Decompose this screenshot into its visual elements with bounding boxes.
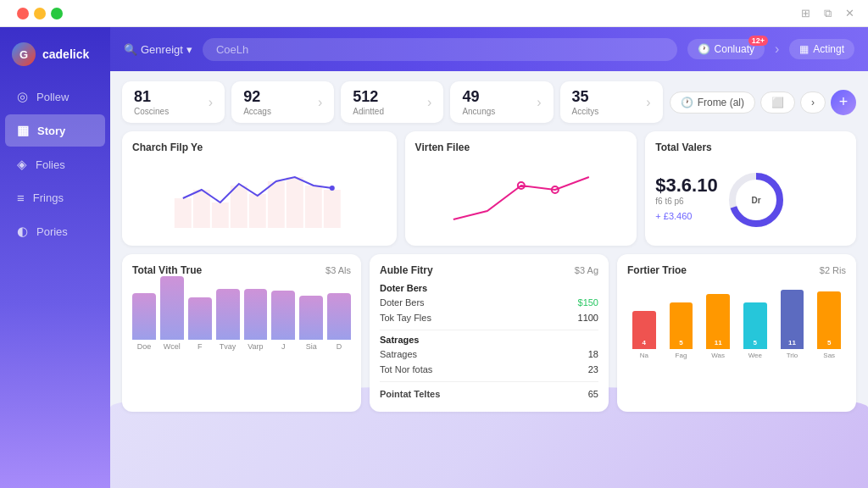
logo-text: cadelick — [42, 47, 89, 61]
restore-icon[interactable]: ⧉ — [821, 7, 835, 20]
gbar: 11 — [781, 290, 804, 349]
gbar-group: 5Fag — [665, 302, 698, 359]
dropdown-icon: 🔍 — [124, 43, 137, 56]
titlebar: ⊞ ⧉ ✕ — [0, 0, 868, 27]
bar — [299, 296, 323, 340]
section-header: Satrages — [380, 335, 598, 345]
chevron-down-icon: ▾ — [186, 43, 192, 56]
row-label: Tok Tay Fles — [380, 313, 431, 323]
bar-value-label: 5 — [754, 339, 757, 347]
export-button[interactable]: ⬜ — [760, 92, 795, 114]
chart4-bars: DoeWcelFTvayVarpJSiaD — [132, 283, 351, 351]
logo-area: G cadelick — [0, 36, 110, 80]
gbar-label: Sas — [823, 352, 835, 359]
footer-label: Pointat Teltes — [380, 389, 440, 399]
header-separator: › — [775, 42, 779, 57]
header-dropdown[interactable]: 🔍 Genreigt ▾ — [124, 43, 192, 56]
sidebar-item-story[interactable]: ▦ Story — [5, 114, 105, 147]
filter-icon: 🕐 — [681, 97, 693, 108]
bar-label: F — [198, 342, 203, 351]
stat-arrow-4: › — [646, 95, 650, 110]
svg-rect-5 — [268, 181, 285, 228]
chart3-sub-label: f6 t6 p6 — [655, 197, 717, 206]
grid-icon[interactable]: ⊞ — [798, 7, 814, 19]
sidebar-label-story: Story — [37, 125, 65, 137]
row-label: Doter Bers — [380, 297, 425, 308]
table-row: Tot Nor fotas23 — [380, 362, 598, 377]
bar — [216, 289, 240, 340]
gbar-label: Fag — [676, 352, 687, 359]
bar-value-label: 5 — [827, 339, 831, 347]
footer-row: Pointat Teltes65 — [380, 386, 598, 402]
svg-point-9 — [330, 186, 335, 191]
stat-arrow-0: › — [209, 95, 213, 110]
nav-next-button[interactable]: › — [800, 92, 826, 114]
chart5-value: $3 Ag — [575, 265, 598, 275]
bar — [271, 291, 295, 340]
table-row: Satrages18 — [380, 347, 598, 362]
chart-card-5: Auble Fitry $3 Ag Doter BersDoter Bers$1… — [370, 254, 609, 412]
account-label: Actingt — [813, 43, 844, 55]
row-value: $150 — [578, 297, 598, 308]
close-btn[interactable] — [17, 8, 29, 19]
svg-rect-0 — [175, 198, 192, 228]
svg-rect-8 — [324, 190, 341, 228]
folies-icon: ◈ — [17, 157, 27, 172]
sidebar-item-folies[interactable]: ◈ Folies — [5, 148, 105, 180]
chart6-bars: 4Na5Fag11Was5Wee11Trlo5Sas — [627, 283, 846, 359]
chart5-body: Doter BersDoter Bers$150Tok Tay Fles1100… — [380, 283, 598, 402]
window-controls[interactable] — [17, 8, 63, 19]
account-button[interactable]: ▦ Actingt — [789, 39, 854, 59]
charts-row2: Total Vith True $3 Als DoeWcelFTvayVarpJ… — [122, 254, 856, 412]
search-input[interactable] — [203, 38, 677, 61]
minimize-btn[interactable] — [34, 8, 46, 19]
sidebar-item-frings[interactable]: ≡ Frings — [5, 182, 105, 214]
filter-label: Frome (al) — [698, 97, 744, 108]
bar — [132, 293, 156, 340]
stat-value-3: 49 — [462, 88, 495, 106]
bar-value-label: 11 — [788, 339, 796, 347]
bar-label: Sia — [306, 342, 317, 351]
bar-label: D — [337, 342, 342, 351]
chart4-value: $3 Als — [326, 265, 351, 275]
bar-group: Sia — [299, 296, 323, 351]
chart6-header: Fortier Trioe $2 Ris — [627, 264, 846, 276]
add-button[interactable]: + — [831, 90, 856, 115]
gbar-label: Wee — [748, 352, 762, 359]
pollew-icon: ◎ — [17, 89, 28, 104]
notification-button[interactable]: 🕐 Conluaty 12+ — [687, 39, 765, 59]
row-value: 23 — [588, 364, 598, 374]
gbar-group: 5Sas — [812, 291, 846, 359]
row-value: 18 — [588, 349, 598, 359]
filter-button[interactable]: 🕐 Frome (al) — [670, 92, 755, 114]
stat-label-0: Coscines — [134, 107, 169, 116]
pories-icon: ◐ — [17, 224, 28, 239]
bar-group: Tvay — [216, 289, 240, 351]
gbar-group: 11Trlo — [776, 290, 810, 359]
account-icon: ▦ — [799, 43, 809, 55]
bar-label: J — [281, 342, 286, 351]
bar-group: Wcel — [160, 276, 184, 351]
close-icon[interactable]: ✕ — [842, 7, 858, 19]
stat-card-1: 92 Accags › — [231, 81, 334, 123]
bar-group: Doe — [132, 293, 156, 351]
sidebar: G cadelick ◎ Pollew ▦ Story ◈ Folies ≡ F… — [0, 27, 110, 488]
stat-label-2: Adintted — [353, 107, 384, 116]
header: 🔍 Genreigt ▾ 🕐 Conluaty 12+ › ▦ Actingt — [110, 27, 868, 71]
stat-arrow-3: › — [537, 95, 541, 110]
chart4-header: Total Vith True $3 Als — [132, 264, 351, 276]
maximize-btn[interactable] — [51, 8, 63, 19]
stat-card-0: 81 Coscines › — [122, 81, 225, 123]
sidebar-item-pollew[interactable]: ◎ Pollew — [5, 80, 105, 113]
svg-text:Dr: Dr — [751, 196, 760, 205]
chart6-value: $2 Ris — [820, 265, 846, 275]
sidebar-label-pollew: Pollew — [36, 91, 69, 103]
chart2-title: Virten Filee — [415, 141, 627, 153]
donut-chart: Dr — [726, 170, 786, 230]
table-row: Tok Tay Fles1100 — [380, 310, 598, 325]
chart3-title: Total Valers — [655, 141, 846, 153]
notification-badge: 12+ — [748, 36, 768, 46]
sidebar-item-pories[interactable]: ◐ Pories — [5, 215, 105, 247]
chart3-main-value: $3.6.10 — [655, 175, 717, 197]
bar-group: F — [188, 297, 212, 351]
